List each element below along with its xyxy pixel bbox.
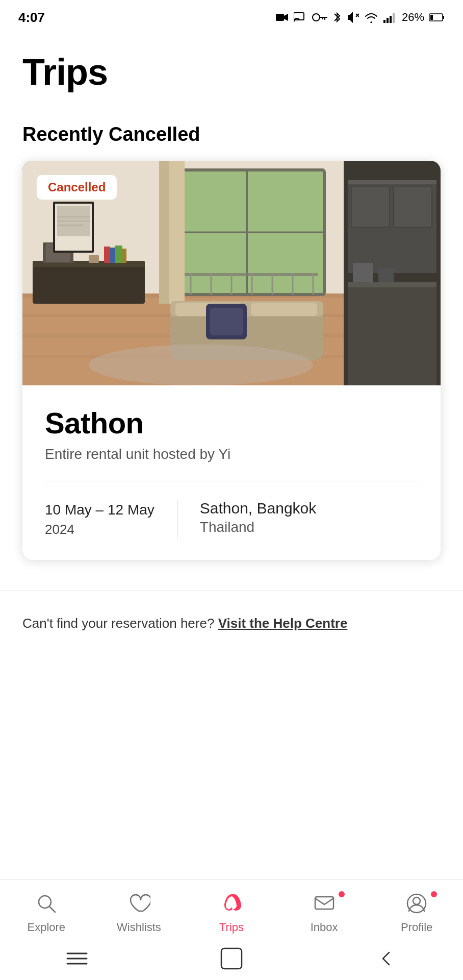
card-image: Cancelled <box>22 161 441 385</box>
svg-rect-59 <box>251 303 317 316</box>
svg-rect-70 <box>353 263 373 282</box>
nav-tabs: Explore Wishlists Trips <box>0 880 463 939</box>
svg-rect-67 <box>348 180 436 184</box>
svg-rect-12 <box>390 16 392 23</box>
svg-line-73 <box>49 906 55 912</box>
date-year: 2024 <box>45 522 155 537</box>
card-divider <box>45 481 418 481</box>
svg-rect-51 <box>104 247 110 263</box>
profile-notification-dot <box>430 890 438 898</box>
status-time: 4:07 <box>18 10 45 26</box>
recently-cancelled-heading: Recently Cancelled <box>22 124 441 145</box>
property-type: Entire rental unit hosted by Yi <box>45 446 418 462</box>
android-home-button[interactable] <box>216 948 247 969</box>
trips-icon <box>218 890 245 917</box>
svg-rect-11 <box>387 18 389 23</box>
date-section: 10 May – 12 May 2024 <box>45 500 177 537</box>
svg-rect-16 <box>430 15 433 20</box>
camera-icon <box>275 12 289 23</box>
svg-marker-1 <box>284 14 288 21</box>
svg-rect-13 <box>393 13 395 23</box>
svg-rect-55 <box>89 255 99 263</box>
battery-text: 26% <box>402 11 424 24</box>
android-nav <box>0 939 463 980</box>
date-range: 10 May – 12 May <box>45 500 155 520</box>
svg-rect-0 <box>276 14 284 21</box>
location-country: Thailand <box>200 519 418 535</box>
android-menu-button[interactable] <box>62 948 92 969</box>
help-section: Can't find your reservation here? Visit … <box>0 591 463 654</box>
svg-rect-71 <box>378 268 394 282</box>
property-name: Sathon <box>45 406 418 440</box>
bluetooth-icon <box>332 11 342 24</box>
svg-point-62 <box>89 345 313 385</box>
status-icons: 26% <box>275 11 445 24</box>
location-section: Sathon, Bangkok Thailand <box>200 500 418 535</box>
wishlists-icon <box>125 890 152 917</box>
nav-tab-explore[interactable]: Explore <box>16 890 77 934</box>
booking-details: 10 May – 12 May 2024 Sathon, Bangkok Tha… <box>45 500 418 537</box>
trip-card[interactable]: Cancelled Sathon Entire rental unit host… <box>22 161 441 560</box>
wishlists-label: Wishlists <box>117 921 161 934</box>
page-title: Trips <box>22 51 441 93</box>
svg-rect-15 <box>443 16 444 19</box>
svg-rect-65 <box>348 282 436 287</box>
status-bar: 4:07 <box>0 0 463 31</box>
android-back-button[interactable] <box>371 948 401 969</box>
svg-rect-54 <box>122 249 126 263</box>
wifi-icon <box>364 12 378 23</box>
svg-rect-61 <box>210 308 243 335</box>
svg-rect-52 <box>110 248 115 263</box>
svg-rect-68 <box>351 186 390 227</box>
battery-icon <box>429 13 445 22</box>
nav-tab-profile[interactable]: Profile <box>386 890 447 934</box>
profile-icon <box>403 890 430 917</box>
help-text: Can't find your reservation here? Visit … <box>22 614 441 633</box>
svg-point-4 <box>313 14 320 21</box>
svg-rect-64 <box>348 283 436 385</box>
trips-label: Trips <box>219 921 244 934</box>
key-icon <box>312 12 327 22</box>
inbox-icon <box>311 890 338 917</box>
svg-rect-79 <box>221 948 242 969</box>
svg-rect-40 <box>159 161 169 304</box>
inbox-label: Inbox <box>311 921 338 934</box>
svg-rect-10 <box>383 20 385 23</box>
svg-rect-41 <box>33 263 145 304</box>
inbox-notification-dot <box>338 890 346 898</box>
nav-tab-wishlists[interactable]: Wishlists <box>108 890 169 934</box>
main-content: Trips Recently Cancelled <box>0 31 463 560</box>
signal-icon <box>383 12 397 23</box>
svg-point-75 <box>413 897 420 904</box>
cancelled-badge: Cancelled <box>37 175 117 200</box>
help-centre-link[interactable]: Visit the Help Centre <box>218 616 348 631</box>
mute-icon <box>347 11 359 24</box>
bottom-nav: Explore Wishlists Trips <box>0 879 463 980</box>
cast-icon <box>294 12 307 23</box>
location-city: Sathon, Bangkok <box>200 500 418 517</box>
svg-rect-31 <box>181 273 318 276</box>
card-body: Sathon Entire rental unit hosted by Yi 1… <box>22 385 441 560</box>
svg-rect-69 <box>394 186 432 227</box>
nav-tab-inbox[interactable]: Inbox <box>294 890 355 934</box>
explore-icon <box>33 890 60 917</box>
explore-label: Explore <box>28 921 66 934</box>
svg-rect-53 <box>115 246 122 263</box>
profile-label: Profile <box>401 921 432 934</box>
nav-tab-trips[interactable]: Trips <box>201 890 262 934</box>
